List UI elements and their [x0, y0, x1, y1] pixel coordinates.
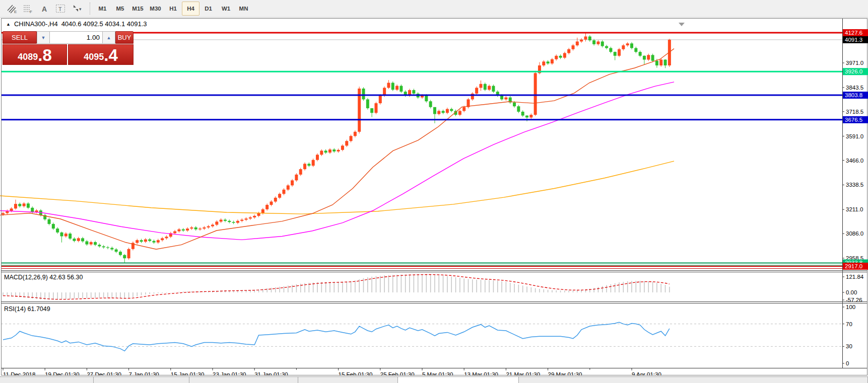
buy-price-button[interactable]: 4095.4: [68, 44, 133, 65]
volume-decrease-button[interactable]: ▼: [37, 31, 50, 44]
timeframe-button-d1[interactable]: D1: [199, 2, 217, 16]
candle-body: [412, 90, 415, 94]
candle-body: [534, 73, 537, 115]
candle-body: [190, 227, 193, 228]
date-label: 11 Dec 2018: [3, 371, 35, 375]
candle-body: [618, 49, 621, 56]
equidistant-channel-tool-button[interactable]: E: [5, 2, 19, 16]
volume-input[interactable]: [50, 31, 102, 44]
buy-price-main: 4095: [84, 50, 104, 63]
candle-body: [102, 246, 105, 247]
candle-body: [643, 56, 646, 60]
candle-body: [60, 233, 63, 237]
price-tick-label-3591.0: 3591.0: [846, 133, 863, 139]
sell-button[interactable]: SELL: [3, 31, 37, 44]
date-label: 9 Apr 01:30: [632, 371, 661, 375]
fibonacci-tool-icon: F: [23, 4, 34, 14]
text-label-tool-button[interactable]: T: [53, 2, 68, 16]
candle-body: [596, 41, 599, 44]
macd-axis-label-0.00: 0.00: [846, 289, 857, 295]
bottom-tab-2[interactable]: [189, 377, 298, 383]
bottom-tab-0[interactable]: [0, 377, 94, 383]
candle-body: [341, 145, 344, 149]
arrows-tool-button[interactable]: ▾: [70, 2, 84, 16]
macd-indicator-label: MACD(12,26,9) 42.63 56.30: [4, 274, 83, 281]
candle-body: [2, 213, 5, 215]
date-label: 25 Feb 01:30: [380, 371, 415, 375]
candle-body: [437, 111, 440, 114]
candle-body: [56, 228, 59, 233]
candle-body: [366, 99, 369, 108]
application-window: EFAT▾ M1M5M15M30H1H4D1W1MN 3971.03843.53…: [0, 0, 868, 383]
date-label: 31 Jan 01:30: [254, 371, 288, 375]
candle-body: [110, 248, 113, 249]
candle-body: [622, 45, 625, 49]
svg-text:E: E: [14, 10, 17, 14]
timeframe-button-h4[interactable]: H4: [182, 2, 199, 16]
candle-body: [10, 208, 13, 211]
timeframe-button-m15[interactable]: M15: [129, 2, 147, 16]
candle-body: [312, 160, 315, 166]
collapse-panel-icon[interactable]: ▲: [6, 22, 11, 27]
buy-button[interactable]: BUY: [115, 31, 133, 44]
candle-body: [307, 164, 310, 166]
bottom-tab-1[interactable]: [94, 377, 189, 383]
sell-price-button[interactable]: 4089.8: [3, 44, 67, 65]
buy-price-fraction: .4: [104, 47, 118, 63]
candle-body: [425, 96, 428, 101]
candle-body: [85, 241, 88, 244]
macd-axis-label-121.84: 121.84: [846, 274, 864, 280]
candle-body: [161, 238, 164, 240]
timeframe-button-w1[interactable]: W1: [217, 2, 235, 16]
candle-body: [588, 37, 591, 41]
candle-body: [236, 221, 239, 223]
chart-symbol-title: CHINA300-,H4: [14, 20, 58, 28]
text-tool-icon: A: [39, 4, 50, 14]
candle-body: [387, 83, 390, 88]
main-toolbar: EFAT▾ M1M5M15M30H1H4D1W1MN: [0, 0, 868, 18]
chart-canvas[interactable]: 3971.03843.53718.53591.03466.03338.53211…: [0, 18, 868, 375]
candle-body: [211, 225, 214, 226]
volume-increase-button[interactable]: ▲: [102, 31, 115, 44]
macd-signal-line: [3, 275, 670, 299]
candle-body: [115, 250, 118, 252]
candle-body: [433, 107, 436, 114]
candle-body: [261, 209, 264, 213]
fibonacci-tool-button[interactable]: F: [21, 2, 35, 16]
candle-body: [52, 224, 55, 228]
mid-moving-average-line: [0, 82, 674, 240]
timeframe-button-m30[interactable]: M30: [147, 2, 164, 16]
candle-body: [521, 112, 524, 116]
candle-body: [198, 228, 202, 229]
candle-body: [584, 37, 587, 40]
candle-body: [186, 228, 189, 231]
chart-ohlc-values: 4040.6 4092.5 4034.1 4091.3: [61, 20, 147, 28]
date-label: 7 Jan 01:30: [129, 371, 159, 375]
timeframe-button-m1[interactable]: M1: [94, 2, 111, 16]
timeframe-button-mn[interactable]: MN: [235, 2, 252, 16]
timeframe-button-h1[interactable]: H1: [164, 2, 182, 16]
equidistant-channel-tool-icon: E: [7, 4, 18, 14]
candle-body: [136, 240, 139, 243]
candle-body: [228, 221, 231, 222]
candle-body: [328, 149, 331, 152]
timeframe-button-m5[interactable]: M5: [111, 2, 129, 16]
candle-body: [140, 240, 143, 242]
bottom-tab-3[interactable]: [298, 377, 398, 383]
candle-body: [399, 86, 403, 92]
bottom-tab-4[interactable]: [398, 377, 519, 383]
rsi-axis-label-30: 30: [846, 343, 852, 349]
candle-body: [98, 245, 101, 246]
candle-body: [592, 40, 595, 44]
candle-body: [630, 43, 633, 48]
text-tool-button[interactable]: A: [37, 2, 51, 16]
fast-moving-average-line: [0, 49, 674, 250]
candle-body: [462, 107, 465, 111]
candle-body: [35, 210, 38, 212]
price-badge-label-2917.0: 2917.0: [845, 263, 862, 269]
candle-body: [295, 175, 298, 180]
chart-title-row: ▲ CHINA300-,H4 4040.6 4092.5 4034.1 4091…: [6, 20, 147, 28]
candle-body: [182, 229, 185, 231]
bottom-tab-5[interactable]: [519, 377, 868, 383]
svg-text:A: A: [42, 5, 47, 13]
